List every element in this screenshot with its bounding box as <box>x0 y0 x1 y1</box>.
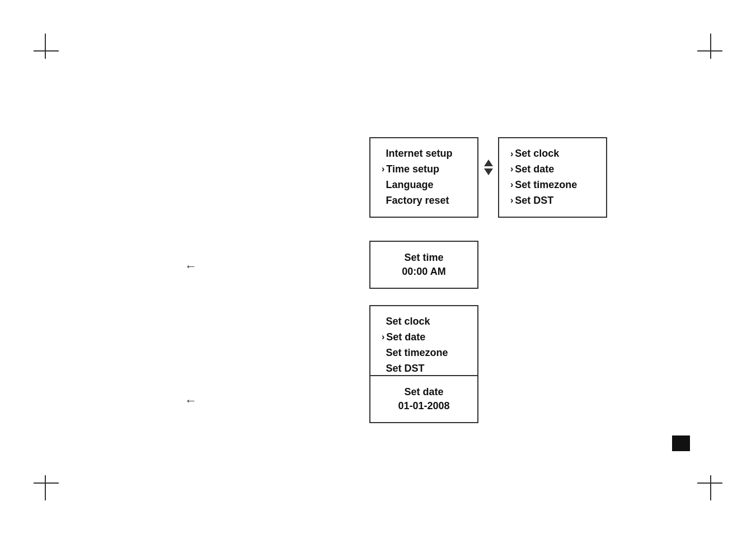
menu-item-set-date[interactable]: › Set date <box>510 162 595 177</box>
chevron-time-setup: › <box>382 162 384 176</box>
menu-item-language[interactable]: Language <box>382 177 466 193</box>
set-time-box: Set time 00:00 AM <box>369 241 478 289</box>
chevron-placeholder2 <box>382 178 384 192</box>
clock-submenu-box: Set clock › Set date Set timezone Set DS… <box>369 305 478 386</box>
chevron-set-date: › <box>510 162 513 176</box>
menu-item-set-clock[interactable]: › Set clock <box>510 146 595 162</box>
back-arrow-2[interactable]: ← <box>185 394 197 408</box>
set-date-box: Set date 01-01-2008 <box>369 375 478 423</box>
clock-menu-item-set-dst[interactable]: Set DST <box>382 361 466 377</box>
back-arrow-1[interactable]: ← <box>185 259 197 274</box>
arrow-up-icon <box>484 160 493 166</box>
time-submenu-box: › Set clock › Set date › Set timezone › … <box>498 137 607 218</box>
chevron-set-dst: › <box>510 194 513 208</box>
set-date-title: Set date <box>382 386 466 398</box>
menu-item-factory-reset[interactable]: Factory reset <box>382 193 466 209</box>
chevron-placeholder6 <box>382 362 384 376</box>
clock-menu-item-set-clock[interactable]: Set clock <box>382 314 466 330</box>
set-date-value: 01-01-2008 <box>382 400 466 412</box>
scroll-arrows <box>484 160 493 175</box>
chevron-set-timezone: › <box>510 178 513 192</box>
chevron-placeholder5 <box>382 346 384 360</box>
black-square-indicator <box>672 435 690 451</box>
menu-item-internet-setup[interactable]: Internet setup <box>382 146 466 162</box>
chevron-placeholder4 <box>382 315 384 329</box>
chevron-clock-set-date: › <box>382 330 384 344</box>
chevron-set-clock: › <box>510 147 513 161</box>
arrow-down-icon <box>484 168 493 175</box>
menu-item-set-timezone[interactable]: › Set timezone <box>510 177 595 193</box>
set-time-value: 00:00 AM <box>382 266 466 278</box>
chevron-placeholder <box>382 147 384 161</box>
menu-item-set-dst[interactable]: › Set DST <box>510 193 595 209</box>
set-time-title: Set time <box>382 252 466 264</box>
main-menu-box: Internet setup › Time setup Language Fac… <box>369 137 478 218</box>
chevron-placeholder3 <box>382 194 384 208</box>
clock-menu-item-set-date[interactable]: › Set date <box>382 330 466 345</box>
menu-item-time-setup[interactable]: › Time setup <box>382 162 466 177</box>
clock-menu-item-set-timezone[interactable]: Set timezone <box>382 345 466 361</box>
